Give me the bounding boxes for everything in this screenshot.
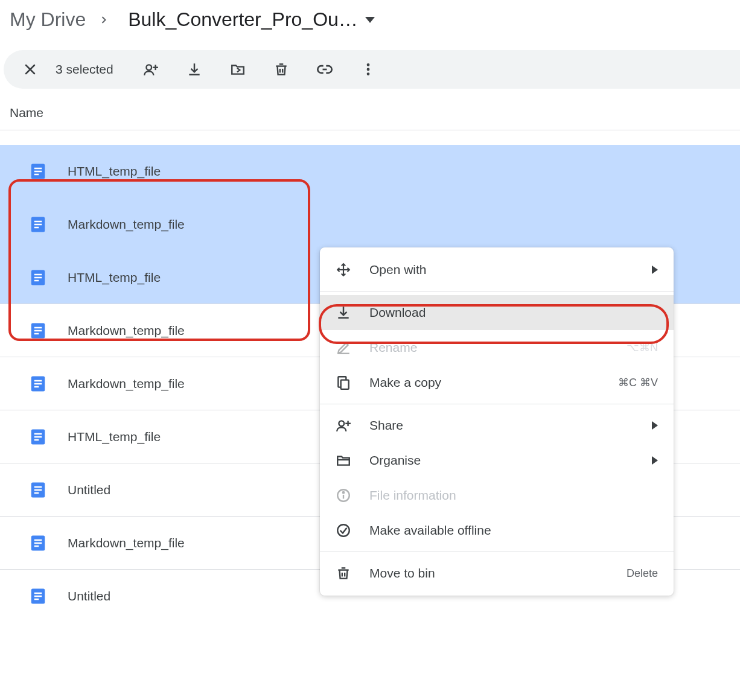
menu-label: Move to bin [369, 566, 435, 581]
svg-rect-44 [34, 593, 42, 594]
doc-icon [29, 322, 47, 340]
file-name: Markdown_temp_file [68, 217, 185, 232]
file-name: Untitled [68, 589, 110, 603]
share-icon [336, 418, 351, 433]
menu-share[interactable]: Share [320, 408, 674, 443]
menu-label: Rename [369, 340, 417, 355]
svg-point-52 [339, 421, 344, 426]
svg-rect-13 [34, 171, 42, 173]
info-icon [336, 488, 351, 503]
doc-icon [29, 428, 47, 446]
svg-rect-42 [34, 545, 39, 547]
menu-offline[interactable]: Make available offline [320, 513, 674, 548]
offline-icon [336, 523, 351, 538]
svg-marker-0 [365, 17, 375, 23]
menu-label: Open with [369, 262, 427, 277]
more-options-button[interactable] [356, 57, 380, 81]
menu-shortcut: ⌘C ⌘V [618, 376, 658, 389]
doc-icon [29, 215, 47, 234]
file-row[interactable]: HTML_temp_file [0, 145, 740, 198]
svg-point-10 [366, 72, 369, 75]
move-button[interactable] [226, 57, 250, 81]
delete-button[interactable] [269, 57, 293, 81]
bin-icon [336, 565, 351, 581]
file-name: Markdown_temp_file [68, 323, 185, 338]
share-button[interactable] [139, 57, 163, 81]
menu-download[interactable]: Download [320, 295, 674, 330]
breadcrumb-current-label: Bulk_Converter_Pro_Ou… [128, 8, 358, 31]
file-name: HTML_temp_file [68, 164, 161, 179]
doc-icon [29, 587, 47, 605]
menu-file-info: File information [320, 478, 674, 513]
doc-icon [29, 534, 47, 552]
svg-marker-57 [652, 456, 658, 465]
menu-label: Organise [369, 453, 421, 468]
svg-point-9 [366, 68, 369, 71]
menu-label: Make available offline [369, 523, 491, 538]
chevron-right-icon [98, 14, 110, 26]
menu-label: Make a copy [369, 375, 441, 390]
menu-open-with[interactable]: Open with [320, 252, 674, 287]
svg-rect-12 [34, 168, 42, 170]
menu-label: File information [369, 488, 456, 503]
submenu-arrow-icon [652, 266, 658, 274]
download-icon [336, 305, 351, 320]
svg-rect-18 [34, 227, 39, 229]
menu-organise[interactable]: Organise [320, 443, 674, 478]
svg-rect-28 [34, 380, 42, 381]
svg-rect-17 [34, 224, 42, 226]
breadcrumb-current-dropdown[interactable]: Bulk_Converter_Pro_Ou… [122, 6, 381, 33]
column-header-name[interactable]: Name [0, 89, 740, 130]
svg-marker-49 [652, 266, 658, 274]
svg-rect-29 [34, 383, 42, 384]
file-name: Markdown_temp_file [68, 536, 185, 550]
context-menu: Open with Download Rename ⌥⌘N Make a cop… [320, 247, 674, 596]
file-row[interactable]: Markdown_temp_file [0, 198, 740, 251]
link-button[interactable] [313, 57, 337, 81]
menu-move-to-bin[interactable]: Move to bin Delete [320, 556, 674, 591]
svg-rect-40 [34, 539, 42, 541]
svg-rect-32 [34, 433, 42, 434]
svg-point-3 [146, 65, 152, 70]
svg-rect-51 [341, 380, 349, 389]
submenu-arrow-icon [652, 456, 658, 465]
svg-point-61 [337, 524, 349, 536]
svg-rect-33 [34, 436, 42, 438]
file-name: Untitled [68, 483, 110, 497]
svg-rect-46 [34, 599, 39, 600]
menu-shortcut: Delete [627, 567, 658, 580]
menu-make-copy[interactable]: Make a copy ⌘C ⌘V [320, 365, 674, 400]
doc-icon [29, 481, 47, 499]
menu-shortcut: ⌥⌘N [627, 341, 658, 354]
menu-rename: Rename ⌥⌘N [320, 330, 674, 365]
breadcrumb: My Drive Bulk_Converter_Pro_Ou… [0, 0, 740, 39]
move-arrows-icon [336, 262, 351, 278]
svg-rect-36 [34, 486, 42, 488]
file-name: HTML_temp_file [68, 270, 161, 285]
folder-icon [336, 453, 351, 468]
submenu-arrow-icon [652, 421, 658, 430]
selection-toolbar: 3 selected [4, 50, 740, 89]
svg-rect-26 [34, 332, 39, 334]
pencil-icon [336, 340, 351, 355]
doc-icon [29, 375, 47, 393]
svg-rect-41 [34, 542, 42, 544]
svg-rect-22 [34, 279, 39, 281]
breadcrumb-root[interactable]: My Drive [10, 8, 86, 31]
svg-point-60 [343, 492, 344, 493]
svg-rect-45 [34, 596, 42, 597]
svg-rect-20 [34, 273, 42, 275]
svg-rect-37 [34, 489, 42, 491]
close-selection-button[interactable] [18, 57, 42, 81]
svg-point-8 [366, 63, 369, 66]
copy-icon [336, 375, 351, 390]
menu-separator [320, 404, 674, 404]
download-button[interactable] [182, 57, 206, 81]
selection-count: 3 selected [56, 62, 113, 77]
svg-rect-16 [34, 221, 42, 223]
doc-icon [29, 269, 47, 287]
menu-label: Share [369, 418, 403, 433]
doc-icon [29, 162, 47, 180]
caret-down-icon [365, 17, 375, 23]
menu-separator [320, 291, 674, 291]
